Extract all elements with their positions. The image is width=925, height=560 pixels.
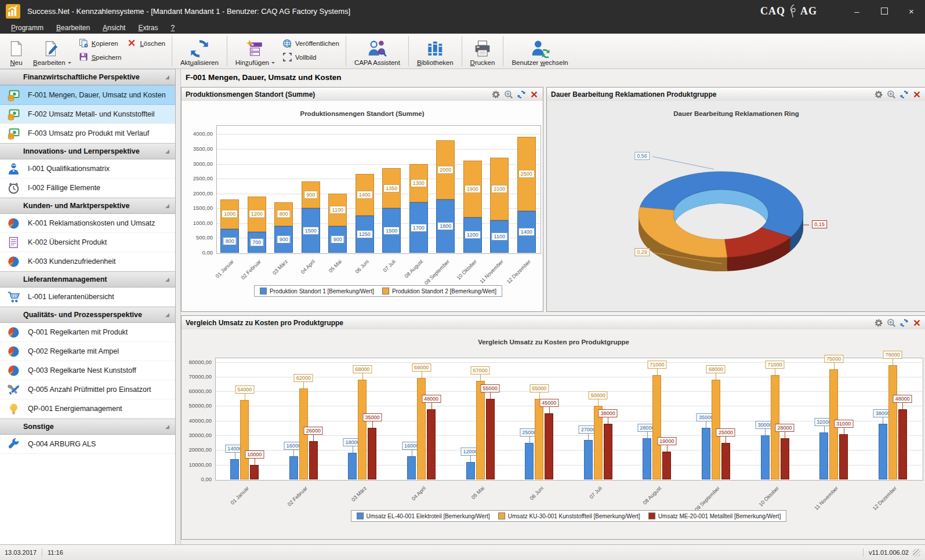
panel-refresh-icon[interactable]: [899, 318, 909, 328]
collapse-triangle-icon: [165, 204, 169, 208]
toolbar-button-benutzer-wechseln[interactable]: Benutzer wechseln: [507, 34, 572, 68]
toolbar-button-bibliotheken[interactable]: Bibliotheken: [412, 34, 458, 68]
sidebar-item-f-003[interactable]: F-003 Umsatz pro Produkt mit Verlauf: [0, 124, 175, 143]
sidebar-item-k-003[interactable]: K-003 Kundenzufriedenheit: [0, 252, 175, 271]
toolbar-button-label-text: Veröffentlichen: [295, 40, 339, 47]
toolbar-button-label-text: Drucken: [470, 59, 495, 66]
pie-chart-icon: [7, 255, 20, 268]
bar-value-label: 19000: [657, 437, 676, 445]
close-icon[interactable]: [912, 90, 922, 99]
window-title: Success.Net - Kennzahlensysteme - [Manda…: [27, 7, 350, 16]
y-axis-tick-label: 3500,00: [185, 146, 213, 152]
bar-value-label: 48000: [422, 395, 441, 403]
sidebar-section-lieferantenmanagement[interactable]: Lieferantenmanagement: [0, 271, 175, 288]
toolbar-button-loeschen[interactable]: Löschen: [127, 38, 165, 48]
toolbar-button-kopieren[interactable]: Kopieren: [79, 38, 122, 48]
sidebar-section-finanzwirtschaftliche[interactable]: Finanzwirtschaftliche Perspektive: [0, 69, 175, 85]
toolbar-group: CAPA Assistent: [348, 34, 407, 68]
close-icon[interactable]: [529, 90, 539, 99]
y-axis-tick-label: 10000,00: [184, 461, 212, 468]
toolbar-button-bearbeiten[interactable]: Bearbeiten: [28, 34, 76, 68]
sidebar-item-q-001[interactable]: Q-001 Regelkarten mit Produkt: [0, 323, 175, 342]
panel-title: Produktionsmengen Standort (Summe): [186, 90, 315, 99]
bar: [898, 409, 907, 479]
sidebar-item-label: K-001 Reklamationskosten und Umsatz: [28, 219, 155, 227]
sidebar-item-label: K-003 Kundenzufriedenheit: [28, 257, 116, 266]
y-axis-tick-label: 3000,00: [185, 161, 213, 167]
x-axis-tick-label: 01 Januar: [211, 485, 249, 523]
toolbar-group: Bibliotheken: [411, 34, 460, 68]
maximize-button[interactable]: [870, 0, 898, 22]
bar: [250, 465, 259, 479]
bar-value-label: 67000: [471, 366, 490, 374]
sidebar-item-f-002[interactable]: F-002 Umsatz Metall- und Kunststoffteil: [0, 105, 175, 124]
legend-color-box: [382, 288, 389, 294]
sidebar-section-kunden-[interactable]: Kunden- und Marktperspektive: [0, 198, 175, 214]
sidebar-item-q-002[interactable]: Q-002 Regelkarte mit Ampel: [0, 342, 175, 361]
collapse-triangle-icon: [165, 425, 169, 429]
sidebar-section-innovations-[interactable]: Innovations- und Lernperspektive: [0, 143, 175, 159]
toolbar-button-neu[interactable]: Neu: [4, 34, 28, 68]
toolbar-button-aktualisieren[interactable]: Aktualisieren: [176, 34, 223, 68]
toolbar-button-speichern[interactable]: Speichern: [79, 52, 122, 62]
zoom-in-icon[interactable]: [887, 318, 896, 328]
gear-icon[interactable]: [874, 90, 883, 99]
wrench-icon: [7, 438, 20, 451]
menu-item-extras[interactable]: Extras: [132, 23, 164, 33]
label-leader-line: [667, 445, 668, 452]
legend-entry: Umsatz EL-40-001 Elektroteil [Bemerkung/…: [357, 512, 490, 519]
tools-icon: [7, 383, 20, 397]
sidebar-item-i-001[interactable]: I-001 Qualifikationsmatrix: [0, 159, 175, 179]
reklamationen-ring-chart: Dauer Bearbeitung Reklamationen Ring0,56…: [547, 101, 925, 311]
menu-item-ansicht[interactable]: Ansicht: [96, 23, 132, 33]
toolbar-button-veroeffentlichen[interactable]: Veröffentlichen: [282, 38, 339, 48]
bar-value-label: 25000: [716, 428, 735, 437]
toolbar-button-drucken[interactable]: Drucken: [466, 34, 500, 68]
sidebar-section-sonstige[interactable]: Sonstige: [0, 419, 175, 435]
zoom-in-icon[interactable]: [504, 90, 513, 99]
bar: [662, 452, 671, 479]
bar: [702, 428, 710, 479]
toolbar-button-hinzufuegen[interactable]: Hinzufügen: [231, 34, 280, 68]
zoom-in-icon[interactable]: [887, 90, 896, 99]
sidebar-item-q-005[interactable]: Q-005 Anzahl Prüfmittel pro Einsatzort: [0, 380, 175, 399]
panel-refresh-icon[interactable]: [517, 90, 526, 99]
collapse-triangle-icon: [165, 150, 169, 154]
sidebar-item-q-003[interactable]: Q-003 Regelkarte Nest Kunststoff: [0, 361, 175, 380]
sidebar-section-qualitäts-[interactable]: Qualitäts- und Prozessperspektive: [0, 307, 175, 323]
sidebar-item-qp-001[interactable]: QP-001 Energiemanagement: [0, 399, 175, 419]
close-button[interactable]: ×: [898, 0, 925, 22]
minimize-button[interactable]: –: [843, 0, 870, 22]
sidebar-item-l-001[interactable]: L-001 Lieferantenübersicht: [0, 288, 175, 307]
bar-value-label: 45000: [539, 399, 558, 407]
menu-item-?[interactable]: ?: [165, 23, 182, 33]
gear-icon[interactable]: [491, 90, 500, 99]
pie-chart-icon: [7, 345, 20, 358]
toolbar-button-label: Hinzufügen: [235, 59, 275, 66]
bulb-icon: [7, 402, 20, 416]
sidebar-item-q-004[interactable]: Q-004 ARBURG ALS: [0, 435, 175, 454]
gear-icon[interactable]: [874, 318, 883, 328]
menu-item-programm[interactable]: Programm: [5, 23, 50, 33]
label-leader-line: [245, 393, 245, 400]
bar-value-label: 1700: [411, 224, 427, 232]
close-icon[interactable]: [912, 318, 922, 328]
panel-refresh-icon[interactable]: [899, 90, 909, 99]
toolbar-button-vollbild[interactable]: Vollbild: [282, 52, 339, 62]
toolbar-button-label: Neu: [10, 59, 22, 66]
refresh-icon: [189, 39, 210, 58]
y-axis-tick-label: 2500,00: [185, 175, 213, 181]
y-axis-tick-label: 2000,00: [185, 190, 213, 197]
toolbar-button-label-text: Bearbeiten: [33, 59, 66, 66]
toolbar-button-label: Bibliotheken: [417, 59, 454, 66]
sidebar-item-i-002[interactable]: I-002 Fällige Elemente: [0, 179, 175, 198]
label-leader-line: [255, 458, 255, 465]
panel-header: Produktionsmengen Standort (Summe): [182, 88, 543, 101]
panel-reklamationen: Dauer Bearbeitung Reklamationen Produktg…: [546, 87, 925, 312]
menu-item-bearbeiten[interactable]: Bearbeiten: [50, 23, 96, 33]
sidebar-item-k-001[interactable]: K-001 Reklamationskosten und Umsatz: [0, 214, 175, 233]
sidebar-splitter[interactable]: [176, 69, 181, 544]
sidebar-item-f-001[interactable]: F-001 Mengen, Dauer, Umsatz und Kosten: [0, 85, 175, 105]
sidebar-item-k-002[interactable]: K-002 Übersicht Produkt: [0, 233, 175, 252]
toolbar-button-capa-assistent[interactable]: CAPA Assistent: [350, 34, 405, 68]
